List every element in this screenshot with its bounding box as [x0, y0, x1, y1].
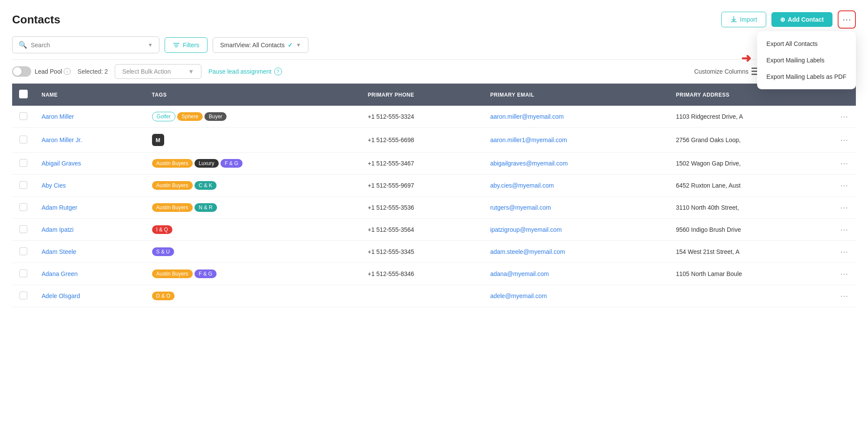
- contact-email[interactable]: adana@myemail.com: [483, 263, 669, 285]
- toggle-thumb: [13, 67, 22, 76]
- contact-tags: I & Q: [145, 219, 361, 241]
- contact-email[interactable]: aaron.miller1@myemail.com: [483, 128, 669, 153]
- row-checkbox[interactable]: [19, 247, 27, 255]
- add-contact-button[interactable]: ⊕ Add Contact: [771, 12, 832, 27]
- row-checkbox[interactable]: [19, 269, 27, 277]
- tag[interactable]: Sphere: [177, 112, 203, 121]
- contact-email[interactable]: aby.cies@myemail.com: [483, 175, 669, 197]
- contact-email[interactable]: ipatzigroup@myemail.com: [483, 219, 669, 241]
- contact-tags: Austin BuyersC & K: [145, 175, 361, 197]
- more-options-button[interactable]: ⋯: [838, 10, 856, 29]
- tag[interactable]: D & O: [152, 292, 175, 300]
- contact-name[interactable]: Adana Green: [35, 263, 145, 285]
- export-all-contacts-item[interactable]: Export All Contacts: [757, 36, 856, 52]
- search-box[interactable]: 🔍 ▼: [12, 36, 159, 53]
- row-menu[interactable]: ⋯: [833, 128, 856, 153]
- row-menu-dots[interactable]: ⋯: [840, 159, 849, 168]
- row-menu-dots[interactable]: ⋯: [840, 135, 849, 145]
- contact-phone: +1 512-555-3536: [361, 197, 483, 219]
- tag[interactable]: Austin Buyers: [152, 203, 193, 212]
- tag[interactable]: S & U: [152, 247, 174, 256]
- row-menu-dots[interactable]: ⋯: [840, 181, 849, 190]
- row-checkbox[interactable]: [19, 159, 27, 167]
- contact-tags: Austin BuyersN & R: [145, 197, 361, 219]
- table-row: Aby CiesAustin BuyersC & K+1 512-555-969…: [12, 175, 856, 197]
- tag[interactable]: Golfer: [152, 112, 176, 121]
- select-all-header[interactable]: [12, 84, 35, 106]
- row-menu[interactable]: ⋯: [833, 285, 856, 307]
- contact-tags: Austin BuyersLuxuryF & G: [145, 153, 361, 175]
- contact-name[interactable]: Aaron Miller Jr.: [35, 128, 145, 153]
- contact-name[interactable]: Adam Rutger: [35, 197, 145, 219]
- contact-name[interactable]: Adele Olsgard: [35, 285, 145, 307]
- row-menu[interactable]: ⋯: [833, 153, 856, 175]
- contact-email[interactable]: adele@myemail.com: [483, 285, 669, 307]
- contact-name[interactable]: Abigail Graves: [35, 153, 145, 175]
- contact-tags: S & U: [145, 241, 361, 263]
- import-button[interactable]: Import: [721, 12, 766, 27]
- table-row: Adana GreenAustin BuyersF & G+1 512-555-…: [12, 263, 856, 285]
- contact-address: 2756 Grand Oaks Loop,: [669, 128, 833, 153]
- row-menu-dots[interactable]: ⋯: [840, 247, 849, 256]
- row-menu-dots[interactable]: ⋯: [840, 291, 849, 301]
- row-checkbox[interactable]: [19, 225, 27, 233]
- row-checkbox[interactable]: [19, 112, 27, 120]
- contact-name[interactable]: Adam Ipatzi: [35, 219, 145, 241]
- pause-lead-assignment[interactable]: Pause lead assignment ?: [208, 68, 282, 75]
- select-all-checkbox[interactable]: [19, 90, 28, 98]
- tags-column-header: TAGS: [145, 84, 361, 106]
- bulk-action-select[interactable]: Select Bulk Action ▼: [115, 64, 201, 79]
- contact-email[interactable]: rutgers@myemail.com: [483, 197, 669, 219]
- export-mailing-labels-pdf-item[interactable]: Export Mailing Labels as PDF: [757, 68, 856, 85]
- filters-button[interactable]: Filters: [165, 37, 207, 53]
- lead-pool-toggle[interactable]: [12, 66, 31, 77]
- row-menu-dots[interactable]: ⋯: [840, 269, 849, 279]
- row-checkbox[interactable]: [19, 181, 27, 189]
- contact-phone: +1 512-555-9697: [361, 175, 483, 197]
- tag[interactable]: F & G: [220, 159, 243, 168]
- contact-name[interactable]: Aby Cies: [35, 175, 145, 197]
- row-menu[interactable]: ⋯: [833, 219, 856, 241]
- contact-email[interactable]: adam.steele@myemail.com: [483, 241, 669, 263]
- row-menu[interactable]: ⋯: [833, 241, 856, 263]
- row-menu[interactable]: ⋯: [833, 197, 856, 219]
- contact-address: 154 West 21st Street, A: [669, 241, 833, 263]
- contact-name[interactable]: Aaron Miller: [35, 106, 145, 128]
- smartview-button[interactable]: SmartView: All Contacts ✓ ▼: [213, 37, 308, 53]
- contact-email[interactable]: aaron.miller@myemail.com: [483, 106, 669, 128]
- row-menu-dots[interactable]: ⋯: [840, 203, 849, 212]
- row-checkbox[interactable]: [19, 136, 27, 143]
- contact-name[interactable]: Adam Steele: [35, 241, 145, 263]
- row-checkbox[interactable]: [19, 203, 27, 211]
- tag[interactable]: Austin Buyers: [152, 269, 193, 278]
- contact-address: 1502 Wagon Gap Drive,: [669, 153, 833, 175]
- search-dropdown-arrow[interactable]: ▼: [148, 42, 153, 48]
- table-row: Adam SteeleS & U+1 512-555-3345adam.stee…: [12, 241, 856, 263]
- row-menu-dots[interactable]: ⋯: [840, 225, 849, 234]
- pause-info-icon[interactable]: ?: [274, 68, 282, 75]
- export-mailing-labels-item[interactable]: Export Mailing Labels: [757, 52, 856, 68]
- lead-pool-info-icon[interactable]: i: [64, 68, 71, 75]
- row-menu[interactable]: ⋯: [833, 175, 856, 197]
- contact-email[interactable]: abigailgraves@myemail.com: [483, 153, 669, 175]
- tag[interactable]: N & R: [194, 203, 217, 212]
- tag[interactable]: Austin Buyers: [152, 159, 193, 168]
- tag[interactable]: Luxury: [194, 159, 219, 168]
- row-menu[interactable]: ⋯: [833, 263, 856, 285]
- customize-columns-button[interactable]: Customize Columns: [694, 68, 761, 75]
- row-menu[interactable]: ⋯: [833, 106, 856, 128]
- lead-pool-label: Lead Pool i: [35, 68, 71, 75]
- selected-count: Selected: 2: [78, 68, 108, 75]
- email-column-header: PRIMARY EMAIL: [483, 84, 669, 106]
- tag[interactable]: Buyer: [204, 112, 227, 121]
- contact-phone: +1 512-555-3467: [361, 153, 483, 175]
- tag[interactable]: F & G: [194, 269, 217, 278]
- tag[interactable]: M: [152, 134, 164, 146]
- tag[interactable]: C & K: [194, 181, 217, 190]
- tag[interactable]: Austin Buyers: [152, 181, 193, 190]
- contacts-table: NAME TAGS PRIMARY PHONE PRIMARY EMAIL PR…: [12, 84, 856, 307]
- search-input[interactable]: [31, 42, 117, 49]
- tag[interactable]: I & Q: [152, 225, 172, 234]
- row-menu-dots[interactable]: ⋯: [840, 112, 849, 121]
- row-checkbox[interactable]: [19, 292, 27, 299]
